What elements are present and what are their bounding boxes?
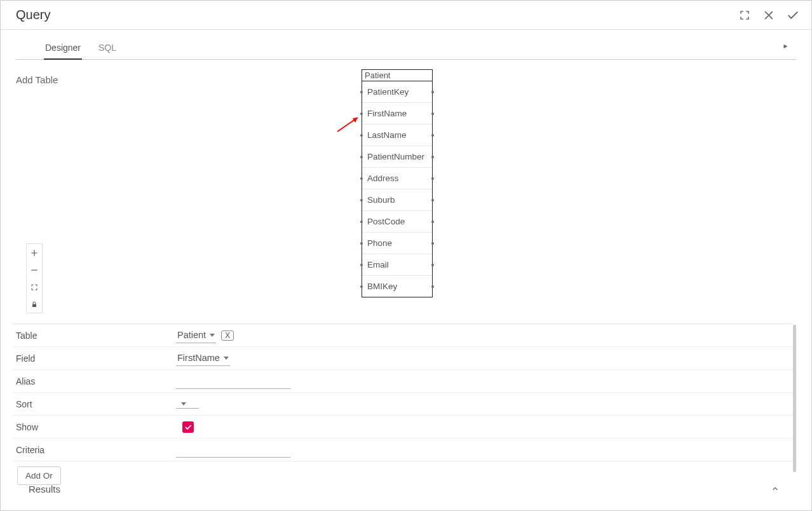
field-select[interactable]: FirstName xyxy=(176,350,230,366)
label-alias: Alias xyxy=(13,371,176,392)
table-col[interactable]: FirstName xyxy=(362,103,432,125)
field-select-value: FirstName xyxy=(177,353,220,363)
confirm-icon[interactable] xyxy=(786,8,800,22)
table-col[interactable]: Suburb xyxy=(362,189,432,211)
table-card-patient[interactable]: Patient PatientKey FirstName LastName Pa… xyxy=(362,69,433,297)
table-select-value: Patient xyxy=(177,330,206,340)
sort-select[interactable] xyxy=(176,400,199,409)
show-checkbox[interactable] xyxy=(182,421,194,433)
label-table: Table xyxy=(13,325,176,346)
scrollbar[interactable] xyxy=(793,325,796,472)
zoom-lock-button[interactable] xyxy=(27,296,42,313)
zoom-in-button[interactable] xyxy=(27,244,42,261)
alias-input[interactable] xyxy=(176,373,290,389)
fields-panel: Table Patient X Field FirstName Alias So… xyxy=(13,324,792,485)
table-col[interactable]: PostCode xyxy=(362,211,432,233)
close-icon[interactable] xyxy=(762,8,776,22)
tab-designer[interactable]: Designer xyxy=(44,37,82,59)
table-col[interactable]: Phone xyxy=(362,233,432,254)
fullscreen-icon[interactable] xyxy=(738,8,752,22)
label-field: Field xyxy=(13,348,176,369)
dropdown-caret-icon xyxy=(224,357,229,360)
page-title: Query xyxy=(16,8,50,22)
table-col[interactable]: PatientNumber xyxy=(362,146,432,168)
dropdown-caret-icon xyxy=(210,334,215,337)
label-show: Show xyxy=(13,417,176,437)
table-col[interactable]: BMIKey xyxy=(362,276,432,297)
dropdown-caret-icon xyxy=(181,402,186,405)
label-criteria: Criteria xyxy=(13,440,176,460)
table-col[interactable]: PatientKey xyxy=(362,81,432,103)
table-card-header[interactable]: Patient xyxy=(362,70,432,81)
designer-canvas[interactable]: Patient PatientKey FirstName LastName Pa… xyxy=(16,64,796,322)
results-bar[interactable]: Results xyxy=(13,476,792,501)
tab-sql[interactable]: SQL xyxy=(97,37,118,59)
table-select[interactable]: Patient xyxy=(176,327,216,343)
svg-rect-2 xyxy=(32,304,36,307)
table-col[interactable]: LastName xyxy=(362,125,432,146)
criteria-input[interactable] xyxy=(176,442,290,458)
chevron-up-icon[interactable] xyxy=(771,484,780,493)
table-col[interactable]: Address xyxy=(362,168,432,189)
table-col[interactable]: Email xyxy=(362,254,432,276)
remove-table-button[interactable]: X xyxy=(221,330,234,341)
run-icon[interactable] xyxy=(782,41,796,55)
zoom-fit-button[interactable] xyxy=(27,278,42,296)
results-label: Results xyxy=(29,484,60,494)
zoom-out-button[interactable] xyxy=(27,261,42,278)
label-sort: Sort xyxy=(13,394,176,414)
